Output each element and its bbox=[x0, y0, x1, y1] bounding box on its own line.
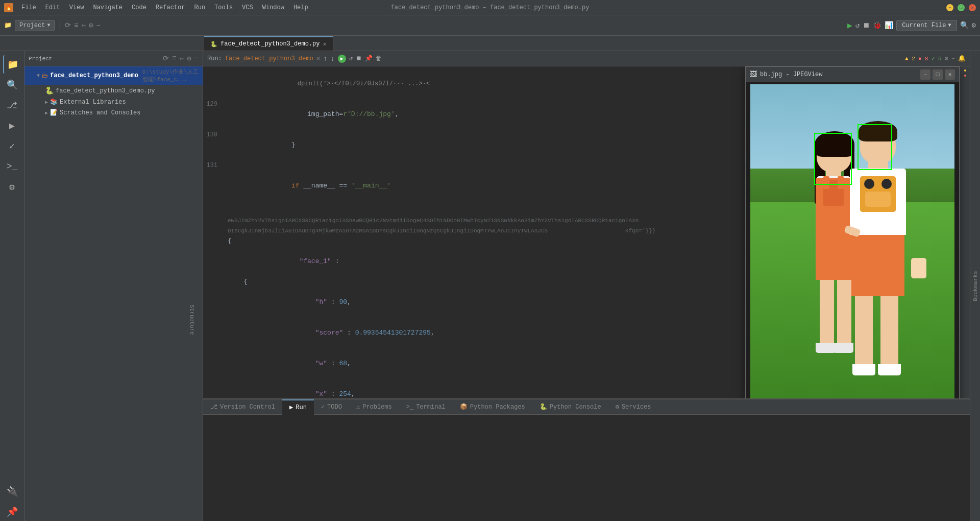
activity-plugins[interactable]: 🔌 bbox=[3, 482, 21, 501]
photo-display bbox=[750, 84, 954, 398]
run-down-icon[interactable]: ↓ bbox=[330, 55, 334, 63]
tab-run[interactable]: ▶ Run bbox=[282, 399, 314, 415]
menu-tools[interactable]: Tools bbox=[210, 3, 237, 12]
search-icon[interactable]: 🔍 bbox=[960, 21, 969, 30]
menu-window[interactable]: Window bbox=[258, 3, 288, 12]
face-box-2 bbox=[814, 133, 852, 185]
run-pin-icon[interactable]: 📌 bbox=[365, 55, 373, 62]
sidebar: Project ⟳ ≡ ⇐ ⚙ − ▼ 🗁 face_detect_python… bbox=[24, 51, 203, 521]
sidebar-close-icon[interactable]: − bbox=[194, 54, 199, 63]
tree-external-libraries[interactable]: ▶ 📚 External Libraries bbox=[24, 97, 203, 107]
tab-terminal[interactable]: >_ Terminal bbox=[399, 399, 453, 415]
tab-services-label: Services bbox=[622, 404, 651, 411]
image-viewer-close[interactable]: ✕ bbox=[945, 69, 955, 80]
activity-run-debug[interactable]: ▶ bbox=[3, 116, 21, 135]
tab-bar: 🐍 face_detect_python3_demo.py ✕ bbox=[0, 36, 980, 51]
tab-problems[interactable]: ⚠ Problems bbox=[349, 399, 399, 415]
tab-version-control[interactable]: ⎇ Version Control bbox=[203, 399, 282, 415]
right-gutter bbox=[960, 66, 970, 398]
tree-root-project[interactable]: ▼ 🗁 face_detect_python3_demo D:\study\作业… bbox=[24, 66, 203, 85]
coverage-button[interactable]: 📊 bbox=[885, 21, 893, 30]
menu-file[interactable]: File bbox=[17, 3, 40, 12]
problems-icon: ⚠ bbox=[356, 403, 360, 411]
activity-todo[interactable]: ✓ bbox=[3, 137, 21, 155]
menu-refactor[interactable]: Refactor bbox=[152, 3, 189, 12]
image-viewer-body bbox=[746, 82, 959, 398]
run-rerun-icon[interactable]: ↺ bbox=[349, 55, 353, 62]
face-box-1 bbox=[857, 124, 892, 170]
activity-vcs[interactable]: ⎇ bbox=[3, 96, 21, 114]
tree-scratches[interactable]: ▶ 📝 Scratches and Consoles bbox=[24, 107, 203, 118]
tab-label: face_detect_python3_demo.py bbox=[220, 40, 320, 48]
tab-python-packages[interactable]: 📦 Python Packages bbox=[453, 399, 532, 415]
menu-run[interactable]: Run bbox=[190, 3, 209, 12]
stop-button[interactable]: ⏹ bbox=[863, 21, 870, 30]
sidebar-header-icons: ⟳ ≡ ⇐ ⚙ − bbox=[163, 54, 199, 63]
run-play-button[interactable]: ▶ bbox=[338, 55, 346, 63]
tab-close-icon[interactable]: ✕ bbox=[323, 40, 326, 48]
terminal-area: ⎇ Version Control ▶ Run ✓ TODO ⚠ Problem… bbox=[203, 398, 970, 521]
close-panel-icon[interactable]: − bbox=[96, 21, 101, 30]
menu-view[interactable]: View bbox=[65, 3, 88, 12]
structure-panel-label[interactable]: Structure bbox=[188, 304, 194, 335]
tab-todo[interactable]: ✓ TODO bbox=[314, 399, 349, 415]
sidebar-tree-icon[interactable]: ≡ bbox=[172, 54, 176, 63]
app-icon: 🔥 bbox=[4, 3, 13, 12]
close-button[interactable]: ✕ bbox=[969, 4, 976, 11]
run-up-icon[interactable]: ↑ bbox=[323, 55, 327, 63]
tree-icon[interactable]: ≡ bbox=[74, 21, 78, 30]
activity-settings[interactable]: ⚙ bbox=[3, 178, 21, 196]
run-button[interactable]: ▶ bbox=[847, 20, 852, 31]
menu-edit[interactable]: Edit bbox=[41, 3, 64, 12]
rerun-button[interactable]: ↺ bbox=[855, 21, 860, 30]
error-count: ● 8 bbox=[918, 56, 928, 62]
notifications-icon[interactable]: 🔔 bbox=[958, 55, 966, 62]
run-close-icon[interactable]: − bbox=[951, 55, 955, 62]
image-viewer-controls[interactable]: – □ ✕ bbox=[920, 69, 955, 80]
current-file-dropdown[interactable]: Current File ▼ bbox=[896, 20, 957, 31]
image-viewer-window[interactable]: 🖼 bb.jpg - JPEGView – □ ✕ bbox=[745, 66, 960, 398]
sync-icon[interactable]: ⟳ bbox=[65, 21, 71, 30]
project-dropdown[interactable]: Project ▼ bbox=[15, 20, 55, 31]
menu-bar[interactable]: File Edit View Navigate Code Refactor Ru… bbox=[17, 3, 312, 12]
python-file-icon: 🐍 bbox=[210, 41, 217, 48]
sidebar-collapse-icon[interactable]: ⇐ bbox=[180, 54, 184, 63]
python-packages-icon: 📦 bbox=[460, 403, 468, 411]
settings2-icon[interactable]: ⚙ bbox=[972, 21, 976, 30]
run-config-name[interactable]: face_detect_python3_demo bbox=[225, 55, 313, 62]
activity-bar: 📁 🔍 ⎇ ▶ ✓ >_ ⚙ 🔌 📌 bbox=[0, 51, 24, 521]
window-controls[interactable]: – □ ✕ bbox=[946, 4, 976, 11]
activity-project[interactable]: 📁 bbox=[3, 55, 21, 74]
terminal-tabs[interactable]: ⎇ Version Control ▶ Run ✓ TODO ⚠ Problem… bbox=[203, 399, 970, 415]
tree-file-demo[interactable]: 🐍 face_detect_python3_demo.py bbox=[24, 85, 203, 97]
image-viewer-minimize[interactable]: – bbox=[920, 69, 930, 80]
tab-main-file[interactable]: 🐍 face_detect_python3_demo.py ✕ bbox=[204, 36, 333, 51]
activity-pin[interactable]: 📌 bbox=[3, 503, 21, 521]
activity-terminal[interactable]: >_ bbox=[3, 157, 21, 176]
settings-icon[interactable]: ⚙ bbox=[89, 21, 93, 30]
menu-help[interactable]: Help bbox=[289, 3, 312, 12]
maximize-button[interactable]: □ bbox=[958, 4, 965, 11]
tab-terminal-label: Terminal bbox=[416, 404, 446, 411]
menu-vcs[interactable]: VCS bbox=[238, 3, 257, 12]
image-viewer-maximize[interactable]: □ bbox=[933, 69, 943, 80]
tab-python-console-label: Python Console bbox=[550, 404, 601, 411]
activity-search[interactable]: 🔍 bbox=[3, 76, 21, 94]
tab-python-console[interactable]: 🐍 Python Console bbox=[532, 399, 608, 415]
sidebar-sync-icon[interactable]: ⟳ bbox=[163, 54, 169, 63]
debug-button[interactable]: 🐞 bbox=[873, 21, 881, 30]
services-icon: ⚙ bbox=[616, 403, 619, 411]
tab-problems-label: Problems bbox=[362, 404, 392, 411]
title-bar: 🔥 File Edit View Navigate Code Refactor … bbox=[0, 0, 980, 15]
sidebar-settings-icon[interactable]: ⚙ bbox=[187, 54, 191, 63]
menu-navigate[interactable]: Navigate bbox=[89, 3, 127, 12]
tree-ext-lib-label: External Libraries bbox=[60, 99, 126, 106]
minimize-button[interactable]: – bbox=[946, 4, 953, 11]
run-stop-icon[interactable]: ⏹ bbox=[356, 55, 362, 62]
tab-services[interactable]: ⚙ Services bbox=[608, 399, 658, 415]
collapse-icon[interactable]: ⇐ bbox=[82, 21, 86, 30]
bookmarks-label[interactable]: Bookmarks bbox=[972, 271, 978, 301]
run-trash-icon[interactable]: 🗑 bbox=[376, 55, 382, 62]
menu-code[interactable]: Code bbox=[128, 3, 151, 12]
run-settings-icon[interactable]: ⚙ bbox=[945, 55, 948, 62]
